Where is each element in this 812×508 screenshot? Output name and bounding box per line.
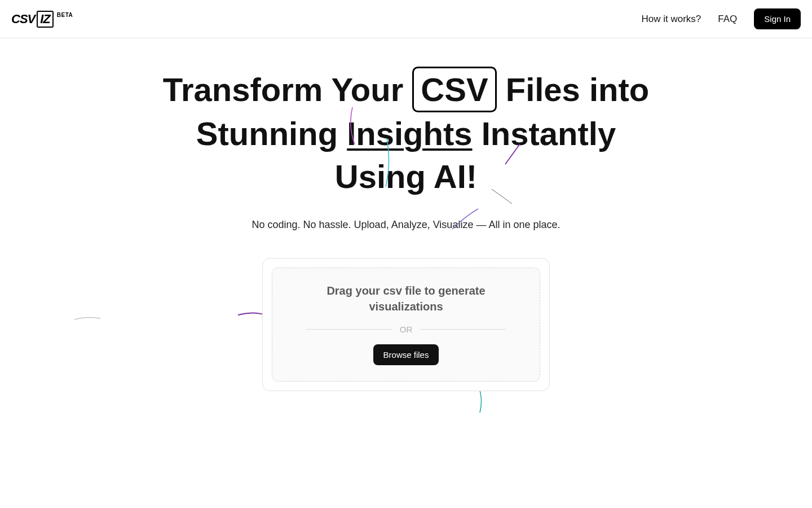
hero-subtitle: No coding. No hassle. Upload, Analyze, V… [0, 219, 812, 231]
hero-title-csv-box: CSV [412, 67, 496, 112]
sign-in-button[interactable]: Sign In [754, 8, 801, 29]
nav-how-it-works[interactable]: How it works? [641, 14, 701, 25]
main-content: Transform Your CSV Files into Stunning I… [0, 38, 812, 391]
hero-title-insights: Insights [347, 115, 472, 152]
upload-instruction: Drag your csv file to generate visualiza… [289, 283, 523, 314]
primary-nav: How it works? FAQ Sign In [641, 8, 801, 29]
decoration-stroke [73, 315, 102, 322]
logo-text-csv: CSV [11, 12, 35, 27]
app-header: CSV IZ BETA How it works? FAQ Sign In [0, 0, 812, 38]
or-text: OR [400, 325, 413, 334]
upload-card: Drag your csv file to generate visualiza… [262, 258, 550, 391]
upload-dropzone[interactable]: Drag your csv file to generate visualiza… [272, 268, 540, 382]
nav-faq[interactable]: FAQ [718, 14, 737, 25]
browse-files-button[interactable]: Browse files [373, 344, 439, 365]
logo-text-iz: IZ [37, 11, 54, 28]
upload-or-divider: OR [289, 325, 523, 334]
divider-line [306, 329, 392, 330]
hero-title-pre: Transform Your [163, 71, 413, 108]
logo-beta-badge: BETA [57, 12, 73, 18]
logo[interactable]: CSV IZ BETA [11, 11, 73, 28]
divider-line [420, 329, 506, 330]
hero-title: Transform Your CSV Files into Stunning I… [152, 67, 660, 198]
